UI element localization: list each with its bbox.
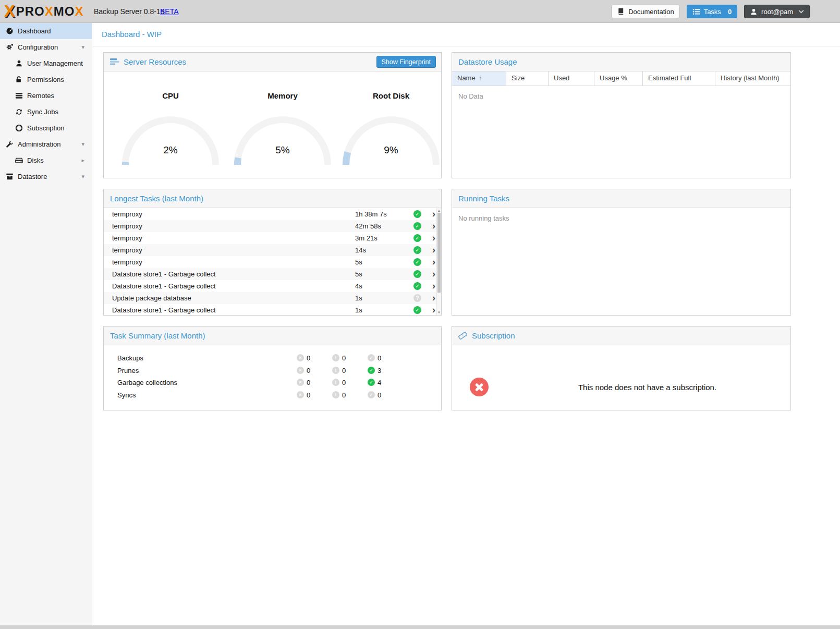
- task-row[interactable]: Update package database1s?›: [104, 292, 436, 304]
- task-name: termproxy: [112, 220, 142, 232]
- circle-check-icon: ✓: [368, 367, 375, 374]
- task-row[interactable]: termproxy5s✓›: [104, 256, 436, 268]
- tasks-count-badge: 0: [728, 8, 732, 16]
- sidebar-item-label: Configuration: [18, 43, 58, 51]
- datastore-usage-panel: Datastore Usage Name↑SizeUsedUsage %Esti…: [452, 52, 791, 178]
- longest-tasks-body: termproxy1h 38m 7s✓›termproxy42m 58s✓›te…: [104, 208, 441, 315]
- summary-label: Syncs: [117, 391, 136, 399]
- horizontal-scrollbar-track[interactable]: [0, 625, 840, 629]
- column-header-size[interactable]: Size: [506, 71, 549, 86]
- summary-count-warning: 0: [342, 391, 346, 399]
- book-icon: [617, 8, 625, 16]
- summary-label: Garbage collections: [117, 379, 177, 386]
- sidebar-item-subscription[interactable]: Subscription: [0, 120, 92, 136]
- summary-count-error: 0: [307, 391, 310, 399]
- sidebar-item-label: Disks: [27, 156, 44, 164]
- gauge-title: Memory: [234, 91, 331, 100]
- gauge-memory: Memory5%: [234, 71, 331, 178]
- documentation-button[interactable]: Documentation: [611, 5, 679, 18]
- status-ok-icon: ✓: [413, 222, 421, 230]
- circle-exclamation-icon: !: [332, 379, 339, 386]
- sidebar-item-sync-jobs[interactable]: Sync Jobs: [0, 104, 92, 120]
- sidebar-item-label: Dashboard: [18, 27, 51, 35]
- summary-count-ok: 0: [378, 354, 381, 362]
- chevron-right-icon: ▸: [81, 158, 84, 163]
- task-summary-row-garbage-collections: Garbage collections×0!0✓4: [104, 377, 441, 389]
- sidebar-item-remotes[interactable]: Remotes: [0, 88, 92, 104]
- tasks-button[interactable]: Tasks 0: [687, 5, 737, 18]
- task-name: Datastore store1 - Garbage collect: [112, 268, 216, 280]
- circle-check-icon: ✓: [368, 354, 375, 361]
- ticket-icon: [458, 332, 468, 340]
- sidebar-item-permissions[interactable]: Permissions: [0, 71, 92, 88]
- task-duration: 1s: [355, 304, 362, 315]
- running-tasks-panel: Running Tasks No running tasks: [452, 189, 791, 316]
- summary-count-ok: 4: [378, 379, 381, 386]
- circle-x-icon: ×: [297, 367, 304, 374]
- beta-link[interactable]: BETA: [160, 0, 179, 23]
- summary-count-error: 0: [307, 379, 310, 386]
- task-duration: 1s: [355, 292, 362, 304]
- task-name: Datastore store1 - Garbage collect: [112, 304, 216, 315]
- gauge-arc: [234, 116, 331, 165]
- task-duration: 5s: [355, 256, 362, 268]
- circle-x-icon: ×: [297, 379, 304, 386]
- sidebar-item-user-management[interactable]: User Management: [0, 55, 92, 71]
- page-title: Dashboard - WIP: [102, 30, 840, 39]
- circle-check-icon: ✓: [368, 391, 375, 398]
- scroll-up-arrow-icon[interactable]: ▲: [437, 209, 441, 213]
- column-header-name[interactable]: Name↑: [452, 71, 506, 86]
- top-header: X PROXMOX Backup Server 0.8-15 BETA Docu…: [0, 0, 840, 23]
- sidebar-item-disks[interactable]: Disks▸: [0, 152, 92, 168]
- column-header-usage[interactable]: Usage %: [594, 71, 643, 86]
- summary-count-warning: 0: [342, 379, 346, 386]
- user-menu-button[interactable]: root@pam: [744, 5, 810, 18]
- task-row[interactable]: termproxy1h 38m 7s✓›: [104, 208, 436, 220]
- task-row[interactable]: Datastore store1 - Garbage collect1s✓›: [104, 304, 436, 315]
- gauge-title: CPU: [122, 91, 219, 100]
- summary-count-ok: 3: [378, 367, 381, 374]
- task-row[interactable]: Datastore store1 - Garbage collect4s✓›: [104, 280, 436, 292]
- task-duration: 42m 58s: [355, 220, 381, 232]
- sidebar-item-label: Permissions: [27, 76, 64, 83]
- task-summary-rows: Backups×0!0✓0Prunes×0!0✓3Garbage collect…: [104, 352, 441, 401]
- sidebar-item-datastore[interactable]: Datastore▾: [0, 168, 92, 185]
- task-row[interactable]: termproxy14s✓›: [104, 244, 436, 256]
- gauge-title: Root Disk: [343, 91, 440, 100]
- sidebar-item-dashboard[interactable]: Dashboard: [0, 23, 92, 39]
- summary-count-ok: 0: [378, 391, 381, 399]
- proxmox-x-logo-icon: X: [4, 2, 15, 21]
- column-header-history-last-month[interactable]: History (last Month): [715, 71, 790, 86]
- subscription-body: This node does not have a subscription.: [452, 345, 790, 429]
- task-duration: 1h 38m 7s: [355, 208, 387, 220]
- column-label: History (last Month): [721, 74, 780, 82]
- datastore-icon: [5, 173, 14, 181]
- sidebar-item-configuration[interactable]: Configuration▾: [0, 39, 92, 55]
- show-fingerprint-button[interactable]: Show Fingerprint: [376, 56, 436, 68]
- button-label: Documentation: [628, 8, 674, 16]
- sidebar-item-label: Datastore: [18, 173, 47, 180]
- column-header-estimated-full[interactable]: Estimated Full: [643, 71, 715, 86]
- column-header-used[interactable]: Used: [549, 71, 594, 86]
- status-ok-icon: ✓: [413, 306, 421, 314]
- scroll-down-arrow-icon[interactable]: ▼: [437, 310, 441, 314]
- running-tasks-body: No running tasks: [452, 208, 790, 315]
- sort-asc-icon: ↑: [479, 75, 482, 82]
- longest-tasks-panel: Longest Tasks (last Month) termproxy1h 3…: [103, 189, 442, 316]
- sidebar-item-administration[interactable]: Administration▾: [0, 136, 92, 152]
- task-row[interactable]: termproxy3m 21s✓›: [104, 232, 436, 244]
- task-list: termproxy1h 38m 7s✓›termproxy42m 58s✓›te…: [104, 208, 436, 315]
- gauge-cpu: CPU2%: [122, 71, 219, 178]
- scrollbar-thumb[interactable]: [437, 213, 441, 293]
- task-row[interactable]: termproxy42m 58s✓›: [104, 220, 436, 232]
- speedometer-icon: [5, 27, 14, 35]
- task-row[interactable]: Datastore store1 - Garbage collect5s✓›: [104, 268, 436, 280]
- product-title: Backup Server 0.8-15: [94, 0, 164, 23]
- panel-title: Datastore Usage: [458, 57, 517, 66]
- task-duration: 5s: [355, 268, 362, 280]
- server-resources-panel: Server Resources Show Fingerprint CPU2%M…: [103, 52, 442, 178]
- no-subscription-x-icon: [470, 378, 489, 396]
- circle-x-icon: ×: [297, 391, 304, 398]
- task-duration: 4s: [355, 280, 362, 292]
- summary-count-warning: 0: [342, 354, 346, 362]
